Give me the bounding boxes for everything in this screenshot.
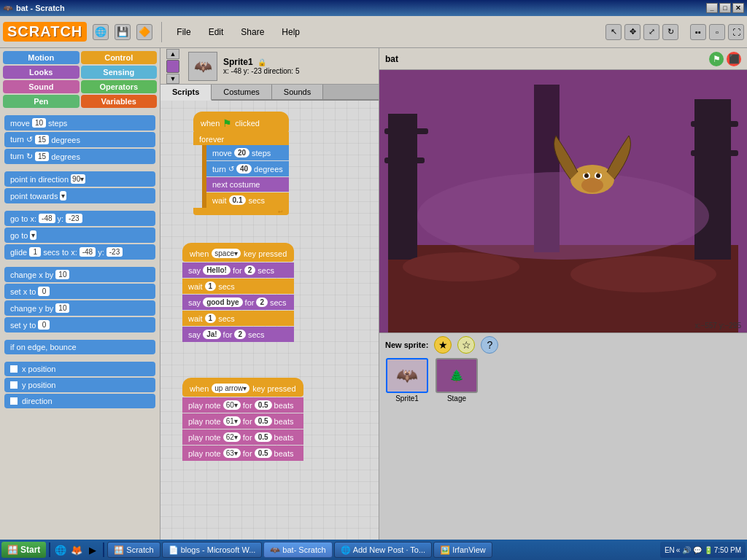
stop-button[interactable]: ⬛ xyxy=(727,52,741,66)
taskbar-irfanview[interactable]: 🖼️ IrfanView xyxy=(433,542,492,558)
svg-rect-5 xyxy=(384,128,428,134)
scroll-up-btn[interactable]: ▲ xyxy=(166,49,179,59)
block-play-61[interactable]: play note 61▾ for 0.5 beats xyxy=(182,413,303,429)
hat-block-clicked[interactable]: when ⚑ clicked xyxy=(193,112,289,133)
file-menu[interactable]: File xyxy=(171,25,196,39)
green-flag-button[interactable]: ⚑ xyxy=(709,52,724,66)
block-list: move 10 steps turn ↺ 15 degrees turn ↻ 1… xyxy=(0,111,160,413)
quick-launch-ie[interactable]: 🌐 xyxy=(53,542,68,557)
block-change-y[interactable]: change y by 10 xyxy=(4,300,155,316)
pen-category[interactable]: Pen xyxy=(3,95,80,108)
block-say-goodbye[interactable]: say good bye for 2 secs xyxy=(182,295,294,310)
tray-time: 7:50 PM xyxy=(714,546,741,554)
sprite-panel: New sprite: ★ ☆ ? 🦇 Sprite1 🌲 Stage xyxy=(379,332,747,540)
save-icon[interactable]: 💾 xyxy=(115,24,131,40)
motion-category[interactable]: Motion xyxy=(3,51,80,64)
sprite-item-sprite1[interactable]: 🦇 Sprite1 xyxy=(385,358,429,402)
hat-block-uparrow[interactable]: when up arrow▾ key pressed xyxy=(182,378,303,397)
start-label: Start xyxy=(20,545,40,555)
taskbar-separator-1 xyxy=(49,542,50,557)
block-point-direction[interactable]: point in direction 90▾ xyxy=(4,171,155,187)
quick-launch-arrow[interactable]: ▶ xyxy=(85,542,100,557)
help-menu[interactable]: Help xyxy=(276,25,306,39)
maximize-button[interactable]: □ xyxy=(719,3,731,13)
add-sprite-paint[interactable]: ☆ xyxy=(457,336,475,354)
block-wait-0-1[interactable]: wait 0.1 secs xyxy=(206,192,289,208)
block-wait-1-a[interactable]: wait 1 secs xyxy=(182,279,294,294)
block-point-towards[interactable]: point towards ▾ xyxy=(4,188,155,203)
taskbar-addpost-label: Add New Post · To... xyxy=(353,545,425,554)
add-sprite-surprise[interactable]: ? xyxy=(481,336,498,354)
svg-point-15 xyxy=(584,174,589,178)
block-set-y[interactable]: set y to 0 xyxy=(4,317,155,332)
block-direction[interactable]: direction xyxy=(4,394,155,408)
block-go-to-xy[interactable]: go to x: -48 y: -23 xyxy=(4,211,155,226)
variables-category[interactable]: Variables xyxy=(81,95,158,108)
block-play-60[interactable]: play note 60▾ for 0.5 beats xyxy=(182,397,303,413)
share-menu[interactable]: Share xyxy=(235,25,270,39)
block-move-steps[interactable]: move 10 steps xyxy=(4,115,155,131)
cursor-tool[interactable]: ↖ xyxy=(605,24,622,40)
block-wait-1-b[interactable]: wait 1 secs xyxy=(182,311,294,326)
start-button[interactable]: 🪟 Start xyxy=(1,542,46,558)
large-stage-btn[interactable]: ▫ xyxy=(709,24,725,40)
svg-point-9 xyxy=(403,252,519,281)
move-tool[interactable]: ✥ xyxy=(624,24,640,40)
resize-tool[interactable]: ⤢ xyxy=(643,24,659,40)
scripts-canvas[interactable]: when ⚑ clicked forever move 20 steps tur… xyxy=(160,101,379,540)
looks-category[interactable]: Looks xyxy=(3,66,80,79)
block-turn-left[interactable]: turn ↺ 15 degrees xyxy=(4,132,155,147)
add-sprite-from-library[interactable]: ★ xyxy=(434,336,452,354)
taskbar-addpost-icon: 🌐 xyxy=(341,545,351,555)
forever-end-cap: ↩ xyxy=(193,208,289,215)
system-tray: EN « 🔊 💬 🔋 7:50 PM xyxy=(660,542,746,558)
quick-launch-firefox[interactable]: 🦊 xyxy=(69,542,84,557)
new-sprite-label: New sprite: xyxy=(385,341,428,349)
block-if-on-edge[interactable]: if on edge, bounce xyxy=(4,340,155,354)
block-y-position[interactable]: y position xyxy=(4,378,155,392)
flag-icon[interactable]: 🔶 xyxy=(136,24,152,40)
forever-block[interactable]: forever xyxy=(193,132,289,145)
operators-category[interactable]: Operators xyxy=(81,80,158,93)
small-stage-btn[interactable]: ▪▪ xyxy=(690,24,706,40)
control-category[interactable]: Control xyxy=(81,51,158,64)
taskbar-scratch[interactable]: 🪟 Scratch xyxy=(107,542,160,558)
minimize-button[interactable]: _ xyxy=(706,3,718,13)
block-move-20[interactable]: move 20 steps xyxy=(206,145,289,160)
fullscreen-btn[interactable]: ⛶ xyxy=(728,24,744,40)
sprite-item-stage[interactable]: 🌲 Stage xyxy=(435,358,479,402)
block-say-hello[interactable]: say Hello! for 2 secs xyxy=(182,262,294,278)
taskbar-blogs[interactable]: 📄 blogs - Microsoft W... xyxy=(162,542,263,558)
hat-block-space[interactable]: when space▾ key pressed xyxy=(182,243,294,262)
sound-category[interactable]: Sound xyxy=(3,80,80,93)
block-turn-right[interactable]: turn ↻ 15 degrees xyxy=(4,149,155,164)
block-x-position[interactable]: x position xyxy=(4,362,155,376)
scroll-down-btn[interactable]: ▼ xyxy=(166,74,179,84)
titlebar-controls[interactable]: _ □ ✕ xyxy=(706,3,744,13)
globe-icon[interactable]: 🌐 xyxy=(93,24,109,40)
svg-rect-2 xyxy=(388,114,417,260)
scroll-mid-btn[interactable] xyxy=(166,60,179,73)
tab-costumes[interactable]: Costumes xyxy=(212,85,272,99)
block-play-63[interactable]: play note 63▾ for 0.5 beats xyxy=(182,446,303,461)
block-next-costume[interactable]: next costume xyxy=(206,177,289,192)
block-say-ja[interactable]: say Ja! for 2 secs xyxy=(182,327,294,342)
block-glide[interactable]: glide 1 secs to x: -48 y: -23 xyxy=(4,244,155,260)
block-turn-40[interactable]: turn ↺ 40 degrees xyxy=(206,161,289,176)
svg-point-21 xyxy=(581,178,603,192)
block-change-x[interactable]: change x by 10 xyxy=(4,267,155,282)
taskbar-separator-2 xyxy=(103,542,104,557)
right-panel: bat ⚑ ⬛ xyxy=(379,48,747,540)
tab-scripts[interactable]: Scripts xyxy=(160,85,212,101)
block-go-to[interactable]: go to ▾ xyxy=(4,228,155,243)
stage-title: bat xyxy=(385,54,398,64)
block-set-x[interactable]: set x to 0 xyxy=(4,284,155,299)
taskbar-bat-scratch[interactable]: 🦇 bat- Scratch xyxy=(263,542,332,558)
tab-sounds[interactable]: Sounds xyxy=(272,85,323,99)
sensing-category[interactable]: Sensing xyxy=(81,66,158,79)
block-play-62[interactable]: play note 62▾ for 0.5 beats xyxy=(182,429,303,445)
edit-menu[interactable]: Edit xyxy=(203,25,230,39)
rotate-tool[interactable]: ↻ xyxy=(662,24,678,40)
close-button[interactable]: ✕ xyxy=(732,3,744,13)
taskbar-add-new-post[interactable]: 🌐 Add New Post · To... xyxy=(334,542,432,558)
